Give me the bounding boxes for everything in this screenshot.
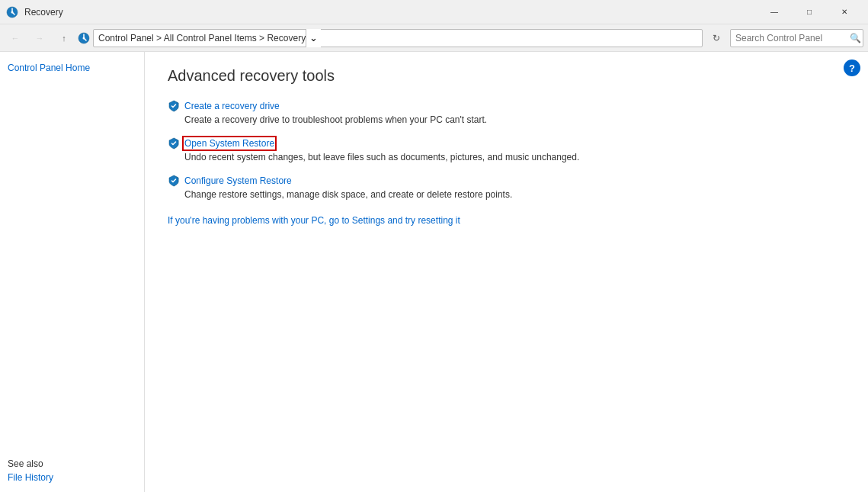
shield-icon	[168, 100, 180, 112]
open-system-restore-description: Undo recent system changes, but leave fi…	[184, 152, 845, 162]
tool-link-row: Configure System Restore	[168, 175, 845, 187]
title-bar: Recovery — □ ✕	[0, 0, 868, 24]
control-panel-home-link[interactable]: Control Panel Home	[8, 61, 136, 75]
sidebar-nav: Control Panel Home	[8, 61, 136, 75]
tool-item: Open System RestoreUndo recent system ch…	[168, 137, 845, 162]
window-controls: — □ ✕	[757, 0, 862, 24]
content-area: ? Advanced recovery tools Create a recov…	[145, 52, 868, 492]
tool-link-row: Create a recovery drive	[168, 100, 845, 112]
tool-link-row: Open System Restore	[168, 137, 845, 150]
window-title: Recovery	[24, 7, 63, 18]
configure-system-restore-link[interactable]: Configure System Restore	[184, 175, 292, 186]
search-box[interactable]: 🔍	[730, 29, 863, 47]
see-also-section: See also File History	[8, 458, 136, 483]
configure-system-restore-description: Change restore settings, manage disk spa…	[184, 189, 845, 200]
tool-item: Create a recovery driveCreate a recovery…	[168, 100, 845, 125]
open-system-restore-link[interactable]: Open System Restore	[184, 138, 274, 149]
back-button[interactable]: ←	[5, 27, 26, 49]
tools-list: Create a recovery driveCreate a recovery…	[168, 100, 845, 200]
create-recovery-drive-description: Create a recovery drive to troubleshoot …	[184, 114, 845, 125]
tool-item: Configure System RestoreChange restore s…	[168, 175, 845, 200]
minimize-button[interactable]: —	[757, 0, 792, 24]
address-path[interactable]: Control Panel > All Control Panel Items …	[93, 29, 703, 47]
shield-icon	[168, 137, 180, 150]
main-layout: Control Panel Home See also File History…	[0, 52, 868, 492]
breadcrumb-icon	[78, 32, 90, 44]
sidebar: Control Panel Home See also File History	[0, 52, 145, 492]
refresh-button[interactable]: ↻	[706, 27, 727, 49]
maximize-button[interactable]: □	[792, 0, 827, 24]
up-button[interactable]: ↑	[53, 27, 75, 49]
help-button[interactable]: ?	[844, 59, 860, 76]
create-recovery-drive-link[interactable]: Create a recovery drive	[184, 101, 280, 111]
settings-reset-link[interactable]: If you're having problems with your PC, …	[168, 215, 845, 226]
close-button[interactable]: ✕	[827, 0, 862, 24]
file-history-link[interactable]: File History	[8, 472, 136, 483]
recovery-icon	[6, 6, 18, 18]
forward-button[interactable]: →	[29, 27, 50, 49]
see-also-label: See also	[8, 458, 136, 469]
breadcrumb-text: Control Panel > All Control Panel Items …	[98, 33, 306, 43]
search-icon: 🔍	[850, 33, 861, 43]
shield-icon	[168, 175, 180, 187]
search-input[interactable]	[735, 33, 850, 43]
title-bar-left: Recovery	[6, 6, 63, 18]
address-bar: ← → ↑ Control Panel > All Control Panel …	[0, 24, 868, 52]
page-title: Advanced recovery tools	[168, 67, 845, 85]
svg-point-1	[11, 11, 14, 13]
address-dropdown-button[interactable]: ⌄	[306, 29, 321, 47]
svg-point-3	[83, 37, 85, 39]
